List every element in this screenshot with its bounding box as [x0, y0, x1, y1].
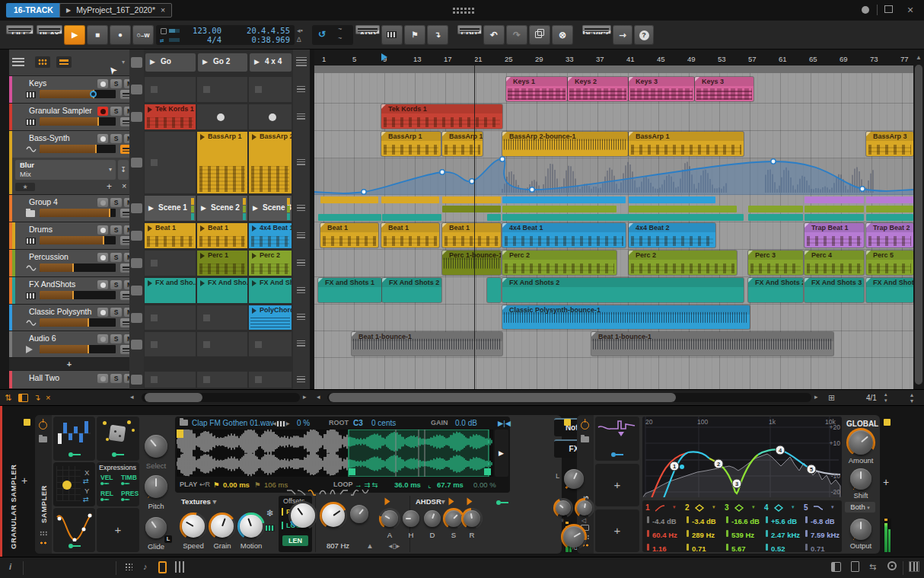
crossfade-icon[interactable]: ~ — [338, 34, 342, 42]
track-name[interactable]: Audio 6 — [29, 334, 93, 343]
ruler-bar-number[interactable]: 21 — [474, 55, 483, 63]
empty-clip-slot[interactable] — [197, 77, 247, 102]
eq-band-value[interactable]: -3.4 dB — [692, 517, 716, 525]
velocity-knob[interactable] — [575, 498, 594, 518]
eq-band-number[interactable]: 1 — [645, 503, 650, 512]
track-name[interactable]: Group 4 — [29, 197, 93, 206]
sampler-device-name[interactable]: SAMPLER — [40, 462, 48, 523]
scene-play-icon[interactable]: ▶ — [253, 204, 258, 212]
eq-band-value[interactable]: 5.67 — [731, 544, 746, 553]
empty-clip-slot[interactable] — [197, 372, 247, 388]
launcher-clip[interactable]: FX and Sho... — [145, 278, 196, 303]
scene-play-icon[interactable]: ▶ — [254, 58, 260, 65]
mute-button[interactable]: M — [124, 308, 129, 317]
launcher-list-view-button[interactable] — [56, 56, 72, 68]
scene-options-icon[interactable] — [295, 277, 308, 304]
track-header-percussion[interactable]: PercussionSM — [9, 250, 129, 276]
clip-stop-button[interactable] — [131, 203, 142, 213]
ruler-loop-strip[interactable] — [314, 65, 913, 73]
track-name[interactable]: Drums — [29, 225, 93, 234]
track-menu-button[interactable] — [120, 291, 129, 300]
eq-band-value[interactable]: -16.6 dB — [731, 517, 760, 525]
scene-options-icon[interactable] — [295, 250, 308, 276]
arm-button[interactable] — [97, 107, 108, 116]
reverse-icon[interactable]: ↩R — [199, 481, 210, 488]
mute-button[interactable]: M — [124, 334, 129, 343]
delete-button[interactable]: ⊗ — [552, 25, 573, 45]
expression-vel[interactable]: VEL — [100, 474, 113, 481]
arranger-clip[interactable]: Perc 3 — [748, 251, 803, 275]
redo-button[interactable]: ↷ — [506, 25, 527, 45]
launcher-clip[interactable]: Beat 1 — [197, 223, 247, 248]
track-header-group-4[interactable]: Group 4SM — [9, 195, 129, 222]
ruler-bar-number[interactable]: 65 — [809, 55, 817, 63]
out-knob[interactable] — [561, 524, 587, 550]
mod-route-icon[interactable] — [100, 482, 109, 485]
zoom-up-icon[interactable]: ▴ — [884, 391, 887, 398]
group-mini-clip[interactable] — [487, 214, 501, 221]
loop-length-value[interactable]: 67.7 ms — [437, 481, 464, 489]
env-d-knob[interactable] — [422, 508, 443, 529]
xy-ball[interactable] — [62, 481, 72, 490]
stereo-mode-icon[interactable]: ▶|◀ — [498, 419, 511, 427]
ruler-bar-number[interactable]: 53 — [718, 55, 726, 63]
eq-band-type-icon[interactable] — [734, 504, 744, 512]
time-signature-value[interactable]: 4/4 — [185, 35, 221, 44]
mute-button[interactable]: M — [124, 374, 129, 383]
track-name[interactable]: Hall Two — [29, 373, 93, 382]
solo-button[interactable]: S — [110, 198, 122, 207]
sample-play-icon[interactable]: ▶ — [499, 449, 504, 457]
start-flag-icon[interactable]: ⚑ — [213, 481, 220, 489]
launcher-scroll-left-icon[interactable]: ◂ — [130, 393, 134, 401]
solo-button[interactable]: S — [110, 79, 122, 88]
arranger-clip[interactable]: Perc 1-bounce-1 — [442, 251, 501, 275]
browser-panel-icon[interactable] — [831, 562, 841, 572]
expression-rel[interactable]: REL — [100, 490, 113, 497]
scene-play-icon[interactable]: ▶ — [202, 58, 208, 65]
select-knob[interactable] — [142, 433, 170, 460]
close-crossfade-icon[interactable]: × — [46, 393, 50, 402]
mute-button[interactable]: M — [124, 134, 129, 143]
filter-shape-icon-0[interactable] — [286, 488, 296, 496]
arm-button[interactable] — [97, 79, 108, 88]
track-name[interactable]: Bass-Synth — [29, 133, 93, 142]
pan-dot[interactable] — [90, 91, 97, 97]
filter-res-knob[interactable] — [320, 502, 347, 529]
solo-button[interactable]: S — [110, 280, 122, 289]
ruler-bar-number[interactable]: 45 — [657, 55, 665, 63]
pin-launcher-icon[interactable]: ⇅ — [5, 393, 11, 403]
motion-knob[interactable] — [237, 513, 265, 540]
group-mini-clip[interactable] — [502, 206, 617, 212]
group-mini-clip[interactable] — [442, 206, 501, 212]
tempo-value[interactable]: 123.00 — [185, 26, 221, 35]
mod-add-tile[interactable]: + — [595, 509, 639, 552]
eq-band-number[interactable]: 3 — [725, 503, 729, 512]
stop-all-clips-button[interactable] — [131, 57, 142, 68]
eq-band-type-icon[interactable] — [773, 504, 784, 512]
punch-out-icon[interactable]: ∆ — [297, 36, 301, 43]
ruler-bar-number[interactable]: 49 — [687, 55, 696, 63]
device-chain-enable[interactable] — [24, 419, 30, 426]
tab-close-icon[interactable]: × — [161, 4, 165, 17]
arm-button[interactable] — [97, 225, 108, 235]
sample-file-name[interactable]: Clap FM Gothen 01.wav — [192, 419, 274, 427]
add-effect-track-button[interactable]: ↴ — [427, 25, 448, 45]
clip-stop-button[interactable] — [131, 231, 142, 241]
eq-band-value[interactable]: -4.4 dB — [652, 517, 677, 525]
empty-clip-slot[interactable] — [249, 372, 292, 388]
track-header-bass-synth[interactable]: Bass-SynthSM — [9, 131, 129, 158]
io-routing-icon[interactable]: ⇆ — [869, 562, 876, 572]
empty-clip-slot[interactable] — [145, 77, 196, 102]
ruler-bar-number[interactable]: 1 — [322, 55, 326, 63]
device-preset-icon[interactable] — [581, 436, 589, 442]
ruler-bar-number[interactable]: 73 — [870, 55, 878, 63]
eq-band-value[interactable]: 539 Hz — [731, 531, 754, 539]
vscroll-up-icon[interactable]: ▲ — [916, 54, 922, 61]
launcher-clip[interactable]: FX And Sho... — [197, 278, 247, 303]
track-name[interactable]: Keys — [29, 78, 93, 88]
mod-envelope-follower-tile[interactable] — [595, 417, 639, 461]
filter-shape-icon-5[interactable] — [339, 488, 349, 496]
arm-button[interactable] — [97, 198, 108, 207]
automation-add-button[interactable]: + — [107, 181, 112, 192]
scene-play-icon[interactable]: ▶ — [201, 204, 206, 212]
